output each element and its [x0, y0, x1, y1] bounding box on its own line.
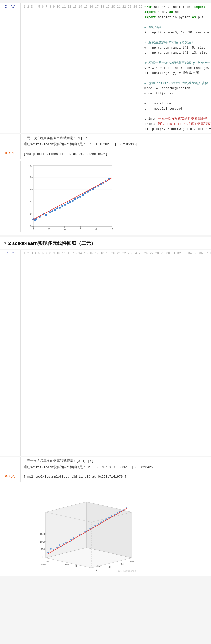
cell-2-label: In [2]:: [0, 250, 20, 456]
line-numbers: 1 2 3 4 5 6 7 8 9 10 11 12 13 14 15 16 1…: [24, 5, 144, 132]
cell-1-code[interactable]: 1 2 3 4 5 6 7 8 9 10 11 12 13 14 15 16 1…: [20, 3, 211, 133]
cell-1-output-text: 一元一次方程真实的斜率和截距是：[1] [1] 通过scikit-learn求解…: [0, 134, 211, 149]
svg-point-38: [61, 205, 63, 207]
svg-point-47: [84, 192, 86, 194]
section-2-header: ▼ 2 scikit-learn实现多元线性回归（二元）: [0, 237, 211, 249]
svg-text:-100: -100: [63, 563, 69, 566]
svg-point-72: [50, 548, 52, 550]
cell-1-plot: 0 2 4 6 8 10 0 2 4 6 8 10: [0, 159, 211, 235]
svg-text:10: 10: [28, 165, 32, 168]
svg-point-32: [45, 214, 47, 216]
svg-text:50: 50: [108, 566, 111, 569]
svg-point-33: [49, 211, 51, 213]
svg-text:-500: -500: [40, 563, 46, 566]
code-content-1: from sklearn.linear_model import LinearR…: [144, 5, 211, 132]
cell-1-out-ref: Out[1]: [<matplotlib.lines.Line2D at 0x2…: [0, 149, 211, 159]
svg-point-40: [67, 202, 69, 204]
cell-2-output-content: 二元一次方程真实的斜率和截距是：[3 4] [5] 通过scikit-learn…: [20, 457, 211, 472]
cell-1-output-line-2: 通过scikit-learn求解的斜率和截距是：[[1.01010202]] […: [24, 141, 208, 147]
cell-1-out-value: [<matplotlib.lines.Line2D at 0x220b2ee1e…: [20, 149, 211, 159]
svg-text:4: 4: [30, 200, 32, 203]
cell-2-out-label: Out[2]:: [0, 472, 20, 482]
svg-point-37: [59, 207, 61, 209]
svg-point-44: [77, 197, 79, 199]
svg-point-75: [59, 544, 60, 546]
svg-text:6: 6: [30, 188, 32, 191]
svg-text:0: 0: [75, 565, 77, 568]
cell-2-plot: 1500 1000 500 0 -500 -150 -100 0 150 0 5…: [0, 482, 211, 576]
svg-text:150: 150: [97, 565, 101, 568]
svg-text:0: 0: [30, 225, 32, 228]
cell-2-output-line-1: 二元一次方程真实的斜率和截距是：[3 4] [5]: [24, 458, 208, 464]
svg-point-34: [51, 210, 53, 212]
notebook: In [1]: 1 2 3 4 5 6 7 8 9 10 11 12 13 14…: [0, 0, 211, 579]
section-2-title: 2 scikit-learn实现多元线性回归（二元）: [8, 240, 95, 247]
svg-text:500: 500: [40, 548, 45, 551]
svg-text:8: 8: [95, 228, 97, 231]
cell-1-output-label-empty: [0, 134, 20, 149]
cell-2-out-ref-text: [<mpl_toolkits.mplot3d.art3d.Line3D at 0…: [24, 474, 208, 480]
svg-text:1000: 1000: [40, 541, 46, 543]
svg-point-42: [72, 200, 74, 202]
cell-2-out-ref: Out[2]: [<mpl_toolkits.mplot3d.art3d.Lin…: [0, 472, 211, 482]
svg-rect-0: [33, 165, 112, 226]
svg-text:2: 2: [30, 213, 32, 216]
svg-text:CSDN@教chen: CSDN@教chen: [118, 570, 136, 572]
svg-text:300: 300: [130, 560, 134, 563]
cell-1-label: In [1]:: [0, 3, 20, 133]
svg-text:10: 10: [110, 228, 113, 231]
svg-text:8: 8: [30, 176, 32, 179]
cell-2-output-text: 二元一次方程真实的斜率和截距是：[3 4] [5] 通过scikit-learn…: [0, 457, 211, 472]
cell-1-output-line-1: 一元一次方程真实的斜率和截距是：[1] [1]: [24, 135, 208, 141]
line-numbers-2: 1 2 3 4 5 6 7 8 9 10 11 12 13 14 15 16 1…: [24, 251, 211, 455]
cell-2-input: In [2]: 1 2 3 4 5 6 7 8 9 10 11 12 13 14…: [0, 250, 211, 456]
svg-text:0: 0: [96, 568, 97, 571]
svg-point-39: [64, 204, 66, 206]
cell-1-input: In [1]: 1 2 3 4 5 6 7 8 9 10 11 12 13 14…: [0, 3, 211, 133]
cell-2-code[interactable]: 1 2 3 4 5 6 7 8 9 10 11 12 13 14 15 16 1…: [20, 250, 211, 456]
svg-text:0: 0: [33, 228, 34, 231]
svg-text:6: 6: [80, 228, 82, 231]
svg-text:250: 250: [120, 563, 124, 566]
svg-point-46: [82, 194, 84, 196]
collapse-triangle[interactable]: ▼: [4, 241, 6, 245]
cell-2-out-value: [<mpl_toolkits.mplot3d.art3d.Line3D at 0…: [20, 472, 211, 482]
svg-point-43: [74, 198, 76, 200]
svg-point-45: [79, 196, 81, 198]
svg-text:0: 0: [42, 556, 43, 559]
cell-2-output-line-2: 通过scikit-learn求解的斜率和截距是：[2.99890767 3.99…: [24, 464, 208, 470]
svg-text:4: 4: [64, 228, 66, 231]
svg-point-35: [54, 209, 56, 211]
chart-1-svg: 0 2 4 6 8 10 0 2 4 6 8 10: [20, 161, 117, 232]
svg-text:2: 2: [48, 228, 50, 231]
svg-text:-150: -150: [43, 560, 49, 563]
svg-point-36: [56, 207, 58, 209]
chart-1-container: 0 2 4 6 8 10 0 2 4 6 8 10: [20, 161, 117, 233]
cell-1-out-ref-text: [<matplotlib.lines.Line2D at 0x220b2ee1e…: [24, 151, 208, 157]
cell-1-output-content: 一元一次方程真实的斜率和截距是：[1] [1] 通过scikit-learn求解…: [20, 134, 211, 149]
chart-2-container: 1500 1000 500 0 -500 -150 -100 0 150 0 5…: [20, 484, 142, 574]
cell-1-out-label: Out[1]:: [0, 149, 20, 159]
svg-text:1500: 1500: [40, 533, 46, 536]
chart-2-svg: 1500 1000 500 0 -500 -150 -100 0 150 0 5…: [20, 484, 142, 573]
svg-point-41: [69, 201, 71, 203]
cell-2-output-label-empty: [0, 457, 20, 472]
